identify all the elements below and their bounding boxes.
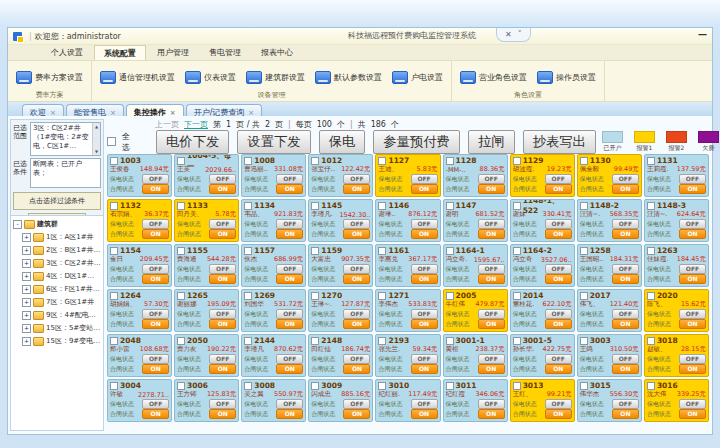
- baodian-toggle[interactable]: OFF: [545, 264, 572, 274]
- hezha-toggle[interactable]: ON: [142, 274, 169, 284]
- room-card[interactable]: 3013 王红、 99.21元 保电状态 OFF 合闸状态 ON: [510, 379, 575, 422]
- hezha-toggle[interactable]: ON: [545, 364, 572, 374]
- hezha-toggle[interactable]: ON: [679, 319, 706, 329]
- room-card[interactable]: 1164-1 冯立奇. 1595.67.. 保电状态 OFF 合闸状态 ON: [443, 244, 508, 287]
- room-card[interactable]: 2017 伟飞、 121.40元 保电状态 OFF 合闸状态 ON: [577, 289, 642, 332]
- card-checkbox[interactable]: [647, 337, 655, 345]
- room-card[interactable]: 2048 郑小雷 108.68元 保电状态 OFF 合闸状态 ON: [107, 334, 172, 377]
- card-checkbox[interactable]: [311, 292, 319, 300]
- hezha-toggle[interactable]: ON: [478, 409, 505, 419]
- room-card[interactable]: 1271 李伟杰 533.83元 保电状态 OFF 合闸状态 ON: [375, 289, 440, 332]
- room-card[interactable]: 3015 伟华杰 556.30元 保电状态 OFF 合闸状态 ON: [577, 379, 642, 422]
- baodian-toggle[interactable]: OFF: [545, 399, 572, 409]
- room-card[interactable]: 1269 刘国华 531.72元 保电状态 OFF 合闸状态 ON: [241, 289, 306, 332]
- ribbon-button[interactable]: 费率方案设置: [16, 71, 83, 84]
- baodian-toggle[interactable]: OFF: [209, 309, 236, 319]
- card-checkbox[interactable]: [244, 382, 252, 390]
- hezha-toggle[interactable]: ON: [209, 319, 236, 329]
- card-checkbox[interactable]: [244, 247, 252, 255]
- baodian-toggle[interactable]: OFF: [679, 309, 706, 319]
- card-checkbox[interactable]: [446, 382, 454, 390]
- toolbar-button-4[interactable]: 拉闸: [468, 130, 515, 154]
- room-card[interactable]: 1128 -MM-.. 88.36元 保电状态 OFF 合闸状态 ON: [443, 154, 508, 197]
- tree-item[interactable]: + 7区：G区1#井: [13, 297, 101, 307]
- room-card[interactable]: 3001-1 黄祖 238.37元 保电状态 OFF 合闸状态 ON: [443, 334, 508, 377]
- baodian-toggle[interactable]: OFF: [679, 264, 706, 274]
- baodian-toggle[interactable]: OFF: [545, 354, 572, 364]
- toolbar-button-1[interactable]: 设置下发: [237, 130, 310, 154]
- baodian-toggle[interactable]: OFF: [142, 309, 169, 319]
- hezha-toggle[interactable]: ON: [478, 274, 505, 284]
- hezha-toggle[interactable]: ON: [411, 364, 438, 374]
- hezha-toggle[interactable]: ON: [142, 409, 169, 419]
- hezha-toggle[interactable]: ON: [411, 184, 438, 194]
- baodian-toggle[interactable]: OFF: [612, 219, 639, 229]
- ribbon-button[interactable]: 操作员设置: [537, 71, 596, 84]
- baodian-toggle[interactable]: OFF: [411, 219, 438, 229]
- expander-icon[interactable]: +: [22, 233, 31, 242]
- card-checkbox[interactable]: [647, 247, 655, 255]
- ribbon-button[interactable]: 户电设置: [392, 71, 443, 84]
- tree-item[interactable]: + 1区：A区1#井: [13, 232, 101, 242]
- card-checkbox[interactable]: [177, 337, 185, 345]
- baodian-toggle[interactable]: OFF: [276, 264, 303, 274]
- ribbon-button[interactable]: 营业角色设置: [460, 71, 527, 84]
- hezha-toggle[interactable]: ON: [478, 229, 505, 239]
- card-checkbox[interactable]: [580, 157, 588, 165]
- room-card[interactable]: 1147 谢明 681.52元 保电状态 OFF 合闸状态 ON: [443, 199, 508, 242]
- room-card[interactable]: 3001-5 孙长华. 422.75元 保电状态 OFF 合闸状态 ON: [510, 334, 575, 377]
- room-card[interactable]: 1134 韦品、 921.83元 保电状态 OFF 合闸状态 ON: [241, 199, 306, 242]
- card-checkbox[interactable]: [311, 247, 319, 255]
- baodian-toggle[interactable]: OFF: [276, 399, 303, 409]
- hezha-toggle[interactable]: ON: [142, 319, 169, 329]
- card-checkbox[interactable]: [244, 202, 252, 210]
- expander-icon[interactable]: +: [22, 324, 31, 333]
- hezha-toggle[interactable]: ON: [612, 409, 639, 419]
- expander-icon[interactable]: +: [22, 311, 31, 320]
- card-checkbox[interactable]: [110, 337, 118, 345]
- room-card[interactable]: 1258 王国昭.. 184.31元 保电状态 OFF 合闸状态 ON: [577, 244, 642, 287]
- room-card[interactable]: 1145 李瑾凡. 1542.30.. 保电状态 OFF 合闸状态 ON: [308, 199, 373, 242]
- menu-item-2[interactable]: 用户管理: [148, 45, 198, 60]
- hezha-toggle[interactable]: ON: [142, 229, 169, 239]
- menu-item-3[interactable]: 售电管理: [200, 45, 250, 60]
- close-icon[interactable]: ✕: [505, 30, 512, 39]
- hezha-toggle[interactable]: ON: [142, 364, 169, 374]
- hezha-toggle[interactable]: ON: [478, 184, 505, 194]
- baodian-toggle[interactable]: OFF: [679, 399, 706, 409]
- hezha-toggle[interactable]: ON: [276, 364, 303, 374]
- hezha-toggle[interactable]: ON: [545, 319, 572, 329]
- hezha-toggle[interactable]: ON: [276, 184, 303, 194]
- baodian-toggle[interactable]: OFF: [545, 174, 572, 184]
- hezha-toggle[interactable]: ON: [679, 184, 706, 194]
- hezha-toggle[interactable]: ON: [209, 409, 236, 419]
- card-checkbox[interactable]: [244, 157, 252, 165]
- expander-icon[interactable]: -: [13, 220, 22, 229]
- tree-item[interactable]: + 9区：4#配电井（4#…: [13, 310, 101, 320]
- card-checkbox[interactable]: [311, 202, 319, 210]
- tree-item[interactable]: + 6区：F区1#井（F区…: [13, 284, 101, 294]
- room-card[interactable]: 3016 沈大伟 339.25元 保电状态 OFF 合闸状态 ON: [644, 379, 709, 422]
- hezha-toggle[interactable]: ON: [545, 274, 572, 284]
- baodian-toggle[interactable]: OFF: [478, 219, 505, 229]
- baodian-toggle[interactable]: OFF: [478, 399, 505, 409]
- card-checkbox[interactable]: [177, 202, 185, 210]
- room-card[interactable]: 1264 胡娟娟、 57.30元 保电状态 OFF 合闸状态 ON: [107, 289, 172, 332]
- card-checkbox[interactable]: [580, 202, 588, 210]
- scrollbar[interactable]: ▲▼: [92, 123, 100, 155]
- baodian-toggle[interactable]: OFF: [411, 264, 438, 274]
- hezha-toggle[interactable]: ON: [343, 229, 370, 239]
- hezha-toggle[interactable]: ON: [411, 409, 438, 419]
- tree-item[interactable]: + 15区：9#变电站（9#…: [13, 336, 101, 346]
- hezha-toggle[interactable]: ON: [343, 319, 370, 329]
- room-card[interactable]: 1146 谢琳.. 876.12元 保电状态 OFF 合闸状态 ON: [375, 199, 440, 242]
- card-checkbox[interactable]: [110, 202, 118, 210]
- card-checkbox[interactable]: [177, 292, 185, 300]
- room-card[interactable]: 1265 谢丽娜 195.09元 保电状态 OFF 合闸状态 ON: [174, 289, 239, 332]
- baodian-toggle[interactable]: OFF: [276, 219, 303, 229]
- card-checkbox[interactable]: [513, 247, 521, 255]
- baodian-toggle[interactable]: OFF: [411, 399, 438, 409]
- room-card[interactable]: 3009 闪成忠 885.16元 保电状态 OFF 合闸状态 ON: [308, 379, 373, 422]
- ribbon-button[interactable]: 默认参数设置: [315, 71, 382, 84]
- room-card[interactable]: 1161 李惠兑 367.17元 保电状态 OFF 合闸状态 ON: [375, 244, 440, 287]
